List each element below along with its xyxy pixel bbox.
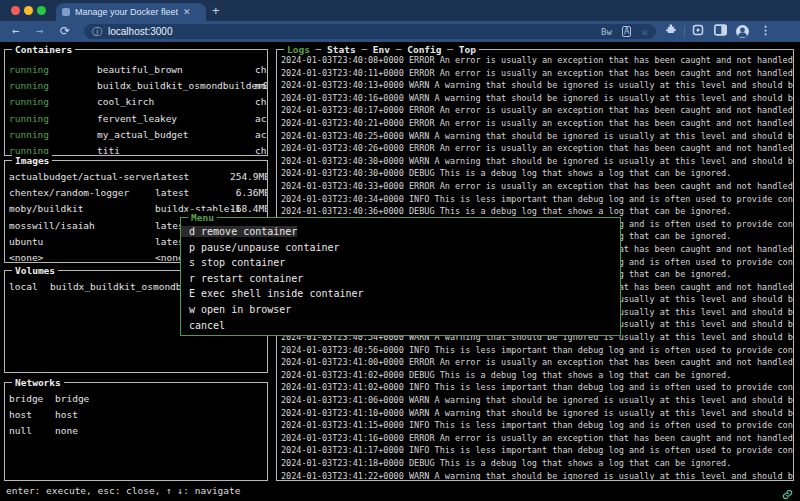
container-action-menu: Menu d remove containerp pause/unpause c… <box>180 217 621 336</box>
image-name: moby/buildkit <box>9 201 83 217</box>
container-image: actualbudget/actual-server <box>255 111 267 127</box>
container-name: my_actual_budget <box>97 127 189 143</box>
network-name: null <box>9 423 32 439</box>
site-info-icon[interactable]: ⓘ <box>92 25 102 39</box>
image-name: chentex/random-logger <box>9 185 129 201</box>
network-row[interactable]: hosthost <box>5 407 267 423</box>
tab-close-icon[interactable]: ✕ <box>183 7 191 17</box>
network-driver: bridge <box>55 391 89 407</box>
network-row[interactable]: bridgebridge <box>5 391 267 407</box>
password-manager-icon[interactable]: Bw <box>601 27 612 37</box>
connection-link-icon <box>782 485 793 501</box>
address-bar[interactable]: ⓘ localhost:3000 Bw A ☆ <box>84 24 656 39</box>
image-row[interactable]: chentex/random-loggerlatest6.36MB <box>5 185 267 201</box>
log-line: 2024-01-03T23:40:21+0000 ERROR An error … <box>281 117 793 130</box>
image-name: mosswill/isaiah <box>9 218 95 234</box>
log-line: 2024-01-03T23:40:36+0000 DEBUG This is a… <box>281 205 793 218</box>
tab-title: Manage your Docker fleet wi <box>75 7 179 17</box>
container-image: actualbudget/actual-server <box>255 127 267 143</box>
log-line: 2024-01-03T23:40:08+0000 ERROR An error … <box>281 54 793 67</box>
menu-item-list: d remove containerp pause/unpause contai… <box>181 220 620 333</box>
container-status: running <box>9 94 49 110</box>
forward-icon[interactable]: → <box>36 23 43 40</box>
log-line: 2024-01-03T23:40:33+0000 ERROR An error … <box>281 180 793 193</box>
containers-panel: Containers runningbeautiful_brownchentex… <box>4 49 268 156</box>
log-line: 2024-01-03T23:40:30+0000 WARN A warning … <box>281 155 793 168</box>
menu-item-w[interactable]: w open in browser <box>181 302 620 318</box>
container-name: titi <box>97 143 120 155</box>
log-line: 2024-01-03T23:40:11+0000 ERROR An error … <box>281 67 793 80</box>
container-image: moby/buildkit <box>255 78 267 94</box>
browser-tabstrip: Manage your Docker fleet wi ✕ + <box>0 0 800 21</box>
status-bar: enter: execute, esc: close, ↑ ↓: navigat… <box>0 481 800 501</box>
log-line: 2024-01-03T23:40:56+0000 INFO This is le… <box>281 344 793 357</box>
browser-tab[interactable]: Manage your Docker fleet wi ✕ <box>56 3 206 21</box>
container-row[interactable]: runningbuildx_buildkit_osmondbuilder0mob… <box>5 78 267 94</box>
menu-item-p[interactable]: p pause/unpause container <box>181 240 620 256</box>
network-name: bridge <box>9 391 43 407</box>
log-line: 2024-01-03T23:41:02+0000 DEBUG This is a… <box>281 369 793 382</box>
extensions-puzzle-icon[interactable] <box>666 24 678 39</box>
image-name: <none> <box>9 250 43 262</box>
window-minimize-button[interactable] <box>24 6 33 15</box>
network-name: host <box>9 407 32 423</box>
window-zoom-button[interactable] <box>37 6 46 15</box>
profile-avatar[interactable] <box>736 25 749 38</box>
new-tab-button[interactable]: + <box>212 3 220 18</box>
containers-list: runningbeautiful_brownchentex/random-log… <box>5 50 267 155</box>
container-image: chentex/random-logger <box>255 143 267 155</box>
menu-item-r[interactable]: r restart container <box>181 271 620 287</box>
container-status: running <box>9 127 49 143</box>
container-row[interactable]: runningbeautiful_brownchentex/random-log… <box>5 62 267 78</box>
log-line: 2024-01-03T23:41:00+0000 ERROR An error … <box>281 356 793 369</box>
menu-item-cancel[interactable]: cancel <box>181 318 620 334</box>
image-tag: latest <box>155 169 189 185</box>
log-line: 2024-01-03T23:40:16+0000 WARN A warning … <box>281 92 793 105</box>
menu-item-E[interactable]: E exec shell inside container <box>181 286 620 302</box>
menu-item-d[interactable]: d remove container <box>181 226 297 237</box>
image-size: 254.9MB <box>230 169 267 185</box>
image-row[interactable]: actualbudget/actual-serverlatest254.9MB <box>5 169 267 185</box>
container-status: running <box>9 111 49 127</box>
keybinding-hints: enter: execute, esc: close, ↑ ↓: navigat… <box>6 481 241 500</box>
menu-item-s[interactable]: s stop container <box>181 255 620 271</box>
url-text[interactable]: localhost:3000 <box>108 26 591 37</box>
log-line: 2024-01-03T23:41:17+0000 INFO This is le… <box>281 444 793 457</box>
log-line: 2024-01-03T23:41:06+0000 WARN A warning … <box>281 394 793 407</box>
container-name: beautiful_brown <box>97 62 183 78</box>
container-status: running <box>9 78 49 94</box>
container-row[interactable]: runningcool_kirchchentex/random-logger <box>5 94 267 110</box>
container-row[interactable]: runningfervent_leakeyactualbudget/actual… <box>5 111 267 127</box>
container-image: chentex/random-logger <box>255 62 267 78</box>
tab-favicon-icon <box>62 8 70 16</box>
log-line: 2024-01-03T23:41:16+0000 ERROR An error … <box>281 432 793 445</box>
network-driver: none <box>55 423 78 439</box>
toolbar-separator <box>684 26 685 37</box>
network-row[interactable]: nullnone <box>5 423 267 439</box>
back-icon[interactable]: ← <box>12 23 19 40</box>
browser-window: Manage your Docker fleet wi ✕ + ← → ⟳ ⓘ … <box>0 0 800 501</box>
browser-menu-icon[interactable]: ⋮ <box>760 24 771 37</box>
image-size: 6.36MB <box>236 185 267 201</box>
side-panel-icon[interactable] <box>714 24 727 39</box>
container-name: buildx_buildkit_osmondbuilder0 <box>97 78 267 94</box>
extension-icon[interactable] <box>692 24 704 39</box>
image-name: ubuntu <box>9 234 43 250</box>
log-line: 2024-01-03T23:40:30+0000 DEBUG This is a… <box>281 167 793 180</box>
bookmark-star-icon[interactable]: ☆ <box>641 25 648 38</box>
log-line: 2024-01-03T23:41:18+0000 DEBUG This is a… <box>281 457 793 470</box>
log-line: 2024-01-03T23:41:02+0000 INFO This is le… <box>281 381 793 394</box>
log-line: 2024-01-03T23:41:15+0000 INFO This is le… <box>281 419 793 432</box>
networks-panel: Networks bridgebridgehosthostnullnone <box>4 382 268 481</box>
reload-icon[interactable]: ⟳ <box>60 23 70 40</box>
browser-toolbar: ← → ⟳ ⓘ localhost:3000 Bw A ☆ ⋮ <box>0 21 800 42</box>
container-row[interactable]: runningmy_actual_budgetactualbudget/actu… <box>5 127 267 143</box>
log-line: 2024-01-03T23:40:17+0000 ERROR An error … <box>281 104 793 117</box>
window-close-button[interactable] <box>11 6 20 15</box>
image-row[interactable]: moby/buildkitbuildx-stable-1168.4MB <box>5 201 267 217</box>
volume-driver: local <box>9 279 38 295</box>
log-line: 2024-01-03T23:40:26+0000 ERROR An error … <box>281 142 793 155</box>
translate-icon[interactable]: A <box>622 26 631 37</box>
container-name: fervent_leakey <box>97 111 177 127</box>
container-image: chentex/random-logger <box>255 94 267 110</box>
